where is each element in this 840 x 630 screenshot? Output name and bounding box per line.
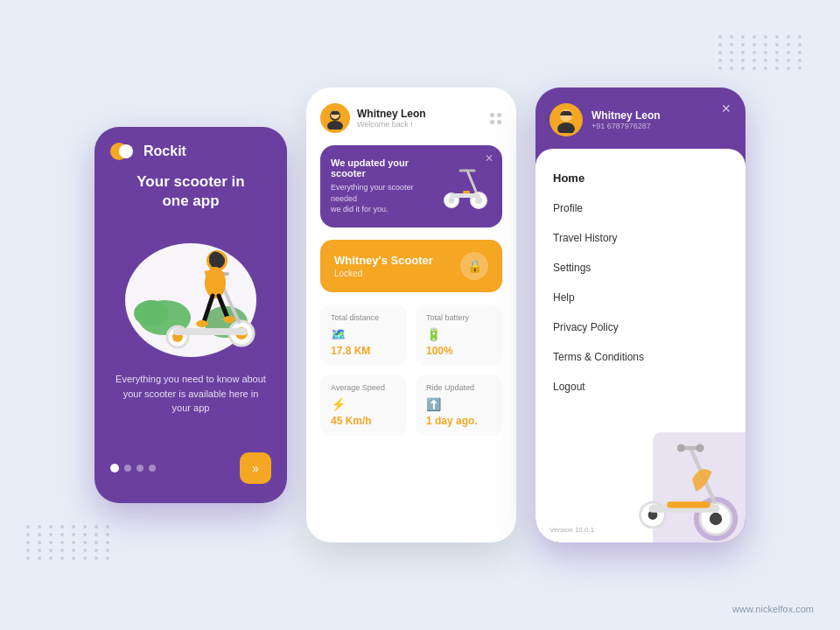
screen3-top: Whitney Leon +91 6787976287 ✕	[536, 88, 746, 149]
screen1-header: Rockit	[110, 143, 186, 160]
map-icon: 🗺️	[331, 327, 396, 341]
svg-point-17	[223, 316, 235, 323]
stat-total-distance: Total distance 🗺️ 17.8 KM	[320, 304, 407, 366]
stat-value-updated: 1 day ago.	[426, 415, 492, 427]
menu-item-settings[interactable]: Settings	[536, 253, 746, 283]
dot-ind-2	[124, 465, 131, 472]
logo-text: Rockit	[144, 144, 186, 159]
screen3-menu-panel: Home Profile Travel History Settings Hel…	[536, 149, 746, 542]
dot-ind-4	[149, 465, 156, 472]
menu-item-travel-history[interactable]: Travel History	[536, 223, 746, 253]
svg-point-35	[710, 513, 722, 525]
menu-item-terms[interactable]: Terms & Conditions	[536, 342, 746, 372]
menu-item-help[interactable]: Help	[536, 283, 746, 312]
svg-rect-8	[173, 328, 248, 335]
s3-user-name: Whitney Leon	[592, 109, 661, 122]
lock-icon: 🔒	[460, 252, 488, 280]
user-greeting: Welcome back !	[357, 120, 426, 129]
stat-label-battery: Total battery	[426, 313, 492, 322]
scooter-locked-button[interactable]: Whitney's Scooter Locked 🔒	[320, 240, 502, 292]
user-info: Whitney Leon Welcome back !	[320, 103, 426, 133]
menu-item-privacy[interactable]: Privacy Policy	[536, 312, 746, 342]
screen1-onboarding: Rockit Your scooter inone app	[94, 127, 287, 503]
stat-value-speed: 45 Km/h	[331, 415, 396, 427]
screen3-menu: Whitney Leon +91 6787976287 ✕ Home Profi…	[536, 88, 746, 542]
battery-icon: 🔋	[426, 327, 492, 341]
s3-user-info: Whitney Leon +91 6787976287	[592, 109, 661, 130]
screen2-main: Whitney Leon Welcome back ! We updated y…	[306, 88, 516, 542]
svg-point-16	[196, 320, 208, 327]
update-scooter-icon	[439, 158, 492, 214]
scooter-status: Locked	[334, 269, 433, 278]
bolt-icon: ⚡	[331, 397, 396, 411]
svg-point-23	[475, 197, 482, 204]
screen1-illustration	[112, 221, 270, 361]
watermark: www.nickelfox.com	[732, 604, 814, 614]
screen1-subtitle: Everything you need to know aboutyour sc…	[116, 372, 266, 416]
svg-point-25	[449, 197, 455, 203]
svg-rect-26	[450, 193, 480, 198]
dots-indicator	[110, 464, 156, 472]
screen3-close-button[interactable]: ✕	[721, 102, 732, 116]
dot-pattern-bottom-left: (function(){ const el = document.querySe…	[26, 525, 113, 560]
menu-item-profile[interactable]: Profile	[536, 193, 746, 223]
svg-point-31	[557, 122, 575, 133]
screens-container: Rockit Your scooter inone app	[94, 88, 746, 542]
user-text: Whitney Leon Welcome back !	[357, 108, 426, 129]
svg-line-27	[467, 171, 476, 192]
svg-point-41	[677, 444, 685, 452]
stat-ride-updated: Ride Updated ⬆️ 1 day ago.	[416, 374, 502, 436]
stats-grid: Total distance 🗺️ 17.8 KM Total battery …	[320, 304, 502, 436]
svg-rect-43	[667, 501, 710, 508]
dot-pattern-top-right: (function(){ const el = document.querySe…	[718, 35, 805, 70]
dot-ind-3	[136, 465, 144, 472]
svg-point-2	[134, 300, 169, 326]
user-name: Whitney Leon	[357, 108, 426, 120]
screen2-header: Whitney Leon Welcome back !	[320, 103, 502, 133]
update-card: We updated your scooter Everything your …	[320, 145, 502, 228]
stat-total-battery: Total battery 🔋 100%	[416, 304, 502, 366]
stat-label-updated: Ride Updated	[426, 383, 492, 392]
update-desc: Everything your scooter neededwe did it …	[331, 182, 430, 215]
stat-average-speed: Average Speed ⚡ 45 Km/h	[320, 374, 407, 436]
menu-dots-button[interactable]	[490, 113, 502, 124]
next-button[interactable]: »	[240, 452, 271, 484]
upload-icon: ⬆️	[426, 397, 492, 411]
scooter-name: Whitney's Scooter	[334, 254, 433, 267]
dot-ind-1	[110, 464, 119, 472]
screen1-footer: »	[110, 452, 271, 484]
update-card-text: We updated your scooter Everything your …	[331, 158, 430, 215]
stat-label-speed: Average Speed	[331, 383, 396, 392]
svg-point-20	[327, 121, 343, 130]
svg-rect-29	[463, 191, 470, 193]
stat-label-distance: Total distance	[331, 313, 396, 322]
svg-point-42	[696, 444, 704, 452]
update-title: We updated your scooter	[331, 158, 430, 178]
scooter-info: Whitney's Scooter Locked	[334, 254, 433, 278]
avatar-med	[550, 103, 583, 136]
stat-value-battery: 100%	[426, 345, 492, 357]
stat-value-distance: 17.8 KM	[331, 345, 396, 357]
update-card-close-button[interactable]: ✕	[485, 152, 494, 164]
avatar-small	[320, 103, 350, 133]
menu-item-home[interactable]: Home	[536, 163, 746, 193]
logo-icon	[110, 143, 136, 160]
screen1-title: Your scooter inone app	[136, 172, 244, 211]
version-text: Version 10.0.1	[550, 526, 594, 534]
scooter-bg-illustration	[614, 385, 746, 542]
s3-user-phone: +91 6787976287	[592, 122, 661, 130]
